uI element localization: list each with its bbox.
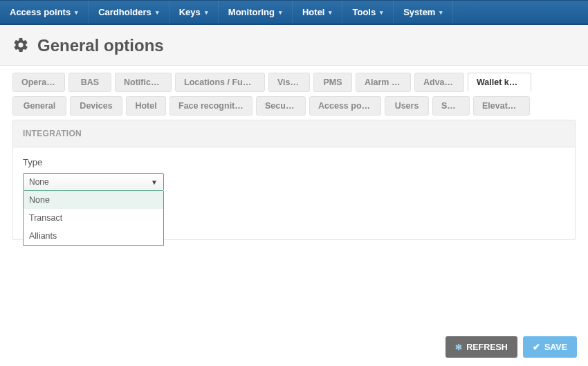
tab-visitors[interactable]: Visit… [268,73,310,92]
subtab-general[interactable]: General [12,96,66,116]
nav-access-points[interactable]: Access points ▾ [0,1,89,24]
nav-hotel[interactable]: Hotel ▾ [293,1,343,24]
tab-operators[interactable]: Operat… [12,73,65,92]
tabs-row-1: Operat… BAS Notificati… Locations / Func… [12,73,576,92]
nav-cardholders[interactable]: Cardholders ▾ [89,1,169,24]
panel-body: Type None ▼ None Transact Alliants [13,147,575,239]
chevron-down-icon: ▾ [279,9,282,16]
type-dropdown: None Transact Alliants [23,191,164,246]
subtab-devices[interactable]: Devices [70,96,122,116]
nav-label: Tools [352,7,376,17]
option-alliants[interactable]: Alliants [24,227,163,245]
tabs-row-2: General Devices Hotel Face recognition S… [12,96,576,116]
chevron-down-icon: ▾ [205,9,208,16]
page-header: General options [0,25,588,66]
type-select[interactable]: None ▼ [23,173,164,191]
nav-keys[interactable]: Keys ▾ [169,1,219,24]
nav-label: Hotel [302,7,325,17]
nav-label: Cardholders [98,7,151,17]
chevron-down-icon: ▾ [75,9,78,16]
subtab-access-points[interactable]: Access points [309,96,381,116]
subtab-elevators[interactable]: Elevators [473,96,530,116]
refresh-button[interactable]: ✻ REFRESH [445,336,517,358]
check-icon: ✔ [533,342,540,352]
tab-locations-functions[interactable]: Locations / Functi… [175,73,265,92]
subtab-ship[interactable]: SHIP [432,96,470,116]
nav-tools[interactable]: Tools ▾ [342,1,394,24]
option-transact[interactable]: Transact [24,209,163,227]
nav-label: Access points [10,7,71,17]
integration-panel: INTEGRATION Type None ▼ None Transact Al… [12,120,576,240]
subtab-users[interactable]: Users [385,96,429,116]
subtab-hotel[interactable]: Hotel [126,96,166,116]
panel-header: INTEGRATION [13,120,575,147]
tab-wallet-keys[interactable]: Wallet keys [468,73,531,92]
nav-label: System [403,7,435,17]
tab-pms[interactable]: PMS [313,73,352,92]
nav-monitoring[interactable]: Monitoring ▾ [219,1,293,24]
chevron-down-icon: ▾ [156,9,159,16]
tab-advanced[interactable]: Advan… [414,73,464,92]
nav-label: Monitoring [228,7,275,17]
main-content: Operat… BAS Notificati… Locations / Func… [0,66,588,240]
option-none[interactable]: None [24,191,163,209]
type-label: Type [23,157,565,167]
tab-alarm-events[interactable]: Alarm eve… [356,73,411,92]
gear-icon [12,37,29,55]
chevron-down-icon: ▾ [329,9,332,16]
main-navbar: Access points ▾ Cardholders ▾ Keys ▾ Mon… [0,0,588,25]
footer-actions: ✻ REFRESH ✔ SAVE [445,336,577,358]
chevron-down-icon: ▼ [151,179,158,186]
chevron-down-icon: ▾ [380,9,383,16]
subtab-security[interactable]: Security [256,96,306,116]
tab-notifications[interactable]: Notificati… [115,73,172,92]
nav-system[interactable]: System ▾ [394,1,453,24]
tab-bas[interactable]: BAS [68,73,111,92]
page-title: General options [37,36,164,55]
subtab-face-recognition[interactable]: Face recognition [169,96,252,116]
refresh-label: REFRESH [466,342,508,352]
save-button[interactable]: ✔ SAVE [523,336,577,358]
nav-label: Keys [179,7,201,17]
refresh-icon: ✻ [455,342,462,352]
chevron-down-icon: ▾ [439,9,443,16]
save-label: SAVE [544,342,567,352]
select-value: None [29,177,49,187]
